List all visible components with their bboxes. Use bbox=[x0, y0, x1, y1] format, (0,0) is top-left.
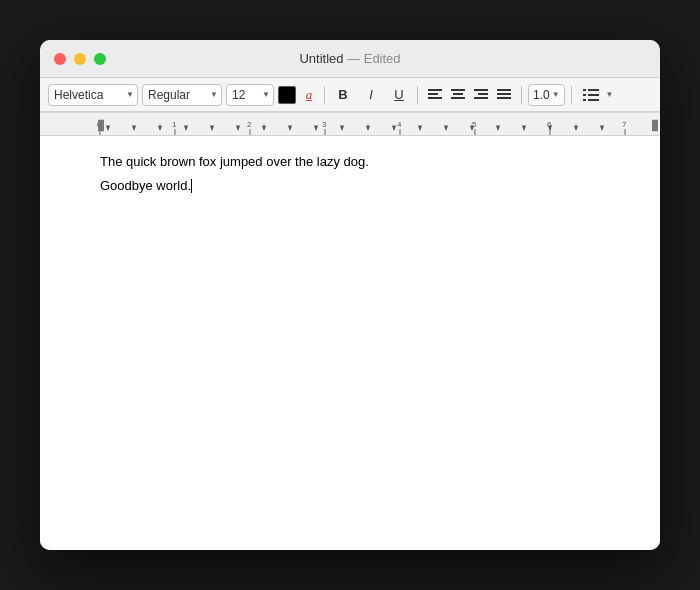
separator-4 bbox=[571, 86, 572, 104]
separator-3 bbox=[521, 86, 522, 104]
minimize-button[interactable] bbox=[74, 53, 86, 65]
align-justify-button[interactable] bbox=[493, 84, 515, 106]
svg-rect-9 bbox=[497, 89, 511, 91]
svg-marker-42 bbox=[444, 125, 448, 131]
window-controls bbox=[40, 53, 106, 65]
svg-rect-11 bbox=[497, 97, 511, 99]
svg-marker-47 bbox=[522, 125, 526, 131]
app-window: Untitled — Edited Helvetica ▼ Regular ▼ … bbox=[40, 40, 660, 550]
list-button[interactable] bbox=[578, 84, 604, 106]
font-size-wrapper[interactable]: 12 ▼ bbox=[226, 84, 274, 106]
content-line-2: Goodbye world. bbox=[100, 176, 600, 196]
svg-marker-55 bbox=[98, 120, 104, 132]
svg-rect-14 bbox=[583, 94, 586, 96]
line-height-value: 1.0 bbox=[533, 88, 550, 102]
svg-marker-51 bbox=[574, 125, 578, 131]
svg-marker-24 bbox=[184, 125, 188, 131]
svg-rect-0 bbox=[428, 89, 442, 91]
svg-text:5: 5 bbox=[472, 120, 477, 129]
align-center-button[interactable] bbox=[447, 84, 469, 106]
svg-marker-34 bbox=[340, 125, 344, 131]
svg-marker-23 bbox=[158, 125, 162, 131]
svg-marker-33 bbox=[314, 125, 318, 131]
svg-text:2: 2 bbox=[247, 120, 251, 129]
svg-text:1: 1 bbox=[172, 120, 176, 129]
svg-rect-6 bbox=[474, 89, 488, 91]
svg-text:7: 7 bbox=[622, 120, 626, 129]
font-style-select[interactable]: Regular bbox=[142, 84, 222, 106]
bold-button[interactable]: B bbox=[331, 84, 355, 106]
content-line-1: The quick brown fox jumped over the lazy… bbox=[100, 152, 600, 172]
align-right-button[interactable] bbox=[470, 84, 492, 106]
svg-rect-5 bbox=[451, 97, 465, 99]
title-bar: Untitled — Edited bbox=[40, 40, 660, 78]
font-size-select[interactable]: 12 bbox=[226, 84, 274, 106]
svg-marker-37 bbox=[366, 125, 370, 131]
svg-marker-22 bbox=[132, 125, 136, 131]
svg-rect-17 bbox=[588, 99, 599, 101]
svg-marker-30 bbox=[288, 125, 292, 131]
highlight-button[interactable]: a bbox=[300, 86, 318, 104]
edited-label: — Edited bbox=[347, 51, 400, 66]
maximize-button[interactable] bbox=[94, 53, 106, 65]
svg-rect-1 bbox=[428, 93, 438, 95]
toolbar: Helvetica ▼ Regular ▼ 12 ▼ a B I U bbox=[40, 78, 660, 112]
svg-text:6: 6 bbox=[547, 120, 552, 129]
ruler: 0 1 2 3 4 bbox=[40, 112, 660, 136]
font-family-wrapper[interactable]: Helvetica ▼ bbox=[48, 84, 138, 106]
document-title: Untitled bbox=[299, 51, 343, 66]
svg-marker-46 bbox=[496, 125, 500, 131]
font-family-select[interactable]: Helvetica bbox=[48, 84, 138, 106]
content-area[interactable]: The quick brown fox jumped over the lazy… bbox=[40, 136, 660, 550]
align-left-button[interactable] bbox=[424, 84, 446, 106]
separator-2 bbox=[417, 86, 418, 104]
color-swatch[interactable] bbox=[278, 86, 296, 104]
underline-button[interactable]: U bbox=[387, 84, 411, 106]
svg-marker-52 bbox=[600, 125, 604, 131]
svg-rect-3 bbox=[451, 89, 465, 91]
svg-marker-38 bbox=[392, 125, 396, 131]
line-height-select[interactable]: 1.0 ▼ bbox=[528, 84, 565, 106]
svg-marker-39 bbox=[418, 125, 422, 131]
svg-marker-25 bbox=[210, 125, 214, 131]
svg-rect-2 bbox=[428, 97, 442, 99]
svg-rect-12 bbox=[583, 89, 586, 91]
font-style-wrapper[interactable]: Regular ▼ bbox=[142, 84, 222, 106]
svg-text:4: 4 bbox=[397, 120, 402, 129]
align-group bbox=[424, 84, 515, 106]
svg-rect-10 bbox=[497, 93, 511, 95]
svg-marker-26 bbox=[236, 125, 240, 131]
svg-rect-15 bbox=[588, 94, 599, 96]
svg-rect-8 bbox=[474, 97, 488, 99]
svg-rect-7 bbox=[478, 93, 488, 95]
svg-rect-13 bbox=[588, 89, 599, 91]
svg-marker-21 bbox=[106, 125, 110, 131]
svg-marker-29 bbox=[262, 125, 266, 131]
content-line-2-text: Goodbye world. bbox=[100, 178, 191, 193]
svg-text:3: 3 bbox=[322, 120, 327, 129]
close-button[interactable] bbox=[54, 53, 66, 65]
text-cursor bbox=[191, 179, 192, 193]
italic-button[interactable]: I bbox=[359, 84, 383, 106]
svg-rect-4 bbox=[453, 93, 463, 95]
svg-marker-56 bbox=[652, 120, 658, 132]
window-title: Untitled — Edited bbox=[299, 51, 400, 66]
line-height-chevron-icon: ▼ bbox=[552, 90, 560, 99]
svg-rect-16 bbox=[583, 99, 586, 101]
list-chevron-icon: ▼ bbox=[606, 90, 614, 99]
separator-1 bbox=[324, 86, 325, 104]
